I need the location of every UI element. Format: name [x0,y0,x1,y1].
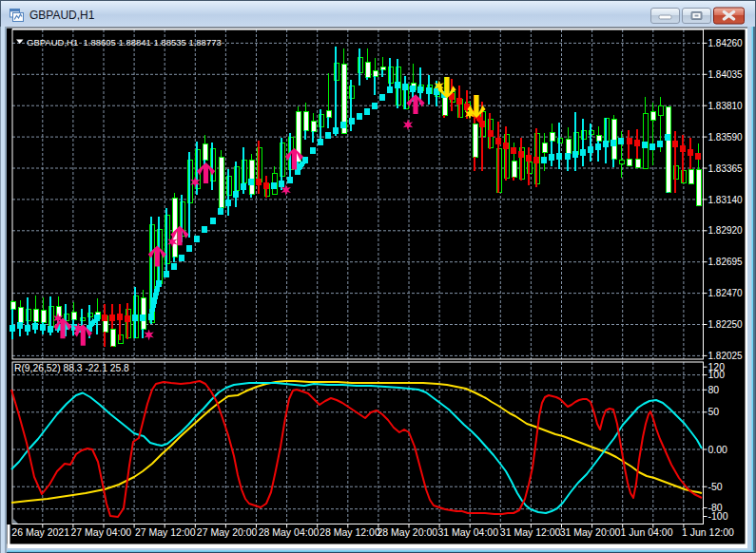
svg-text:R(9,26,52) 88.3 -22.1 25.8: R(9,26,52) 88.3 -22.1 25.8 [14,363,129,373]
svg-text:1.82025: 1.82025 [708,351,744,361]
svg-text:1.84035: 1.84035 [708,69,744,80]
svg-text:27 May 04:00: 27 May 04:00 [71,526,132,538]
svg-text:28 May 12:00: 28 May 12:00 [320,526,380,538]
svg-text:1.82920: 1.82920 [708,225,744,236]
svg-text:GBPAUD,H1 1.88605 1.88841 1.8: GBPAUD,H1 1.88605 1.88841 1.88535 1.8877… [27,37,222,48]
svg-text:28 May 20:00: 28 May 20:00 [378,526,438,538]
svg-text:1.82695: 1.82695 [708,257,744,267]
svg-text:100: 100 [708,369,726,380]
svg-text:28 May 04:00: 28 May 04:00 [259,526,320,538]
svg-text:-50: -50 [708,481,723,492]
svg-text:1 Jun 12:00: 1 Jun 12:00 [682,526,734,538]
svg-text:-100: -100 [708,510,728,522]
svg-text:80: 80 [708,384,720,395]
svg-text:31 May 20:00: 31 May 20:00 [560,526,621,538]
svg-text:1.83365: 1.83365 [708,163,744,174]
svg-text:27 May 12:00: 27 May 12:00 [135,526,196,538]
svg-text:1.84260: 1.84260 [708,38,744,48]
svg-text:1.83140: 1.83140 [708,195,744,205]
svg-text:1.82250: 1.82250 [708,319,744,330]
svg-text:1.83590: 1.83590 [708,132,744,143]
svg-text:50: 50 [708,406,720,417]
svg-text:26 May 2021: 26 May 2021 [11,526,69,538]
svg-text:0.00: 0.00 [708,444,728,455]
svg-text:1.83810: 1.83810 [708,101,744,111]
svg-text:27 May 20:00: 27 May 20:00 [197,526,258,538]
svg-text:31 May 04:00: 31 May 04:00 [437,526,498,538]
svg-text:1.82470: 1.82470 [708,288,744,298]
svg-text:31 May 12:00: 31 May 12:00 [500,526,561,538]
svg-text:GBPAUD,H1: GBPAUD,H1 [29,9,95,22]
svg-text:1 Jun 04:00: 1 Jun 04:00 [621,526,673,538]
